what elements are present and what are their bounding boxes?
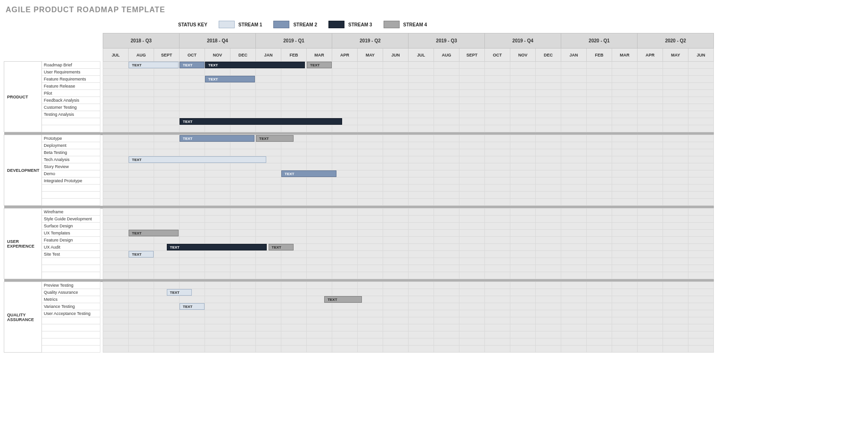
gantt-cell[interactable] [180,69,205,76]
gantt-cell[interactable] [358,272,383,279]
gantt-cell[interactable] [536,237,561,244]
gantt-cell[interactable] [332,251,358,258]
gantt-cell[interactable] [307,142,332,149]
gantt-cell[interactable] [688,251,714,258]
gantt-cell[interactable] [561,244,587,251]
gantt-cell[interactable] [281,209,307,216]
gantt-cell[interactable] [536,230,561,237]
gantt-cell[interactable] [485,289,510,296]
gantt-cell[interactable] [205,265,230,272]
gantt-cell[interactable] [536,346,561,353]
gantt-cell[interactable] [510,125,536,132]
gantt-cell[interactable] [510,90,536,97]
gantt-cell[interactable] [307,282,332,289]
gantt-cell[interactable] [332,346,358,353]
gantt-cell[interactable] [485,237,510,244]
gantt-cell[interactable] [688,170,714,177]
gantt-cell[interactable] [307,223,332,230]
gantt-cell[interactable] [688,244,714,251]
gantt-cell[interactable] [536,135,561,142]
gantt-cell[interactable] [256,83,281,90]
gantt-cell[interactable] [230,296,256,303]
gantt-cell[interactable] [587,282,612,289]
gantt-cell[interactable] [587,223,612,230]
gantt-cell[interactable] [536,90,561,97]
gantt-cell[interactable] [688,289,714,296]
gantt-cell[interactable] [205,310,230,317]
gantt-cell[interactable] [587,209,612,216]
gantt-cell[interactable] [383,265,409,272]
gantt-cell[interactable] [358,149,383,156]
gantt-cell[interactable] [205,192,230,199]
gantt-cell[interactable] [638,230,663,237]
gantt-cell[interactable] [205,258,230,265]
gantt-cell[interactable] [383,125,409,132]
gantt-cell[interactable] [587,303,612,310]
gantt-cell[interactable] [485,192,510,199]
gantt-cell[interactable] [663,272,688,279]
gantt-cell[interactable] [485,244,510,251]
gantt-cell[interactable] [587,62,612,69]
gantt-cell[interactable] [459,111,485,118]
gantt-cell[interactable] [688,177,714,185]
gantt-cell[interactable]: TEXT [129,230,154,237]
gantt-cell[interactable] [281,156,307,163]
gantt-cell[interactable] [510,282,536,289]
gantt-cell[interactable] [409,149,434,156]
gantt-cell[interactable] [638,118,663,125]
gantt-cell[interactable] [383,192,409,199]
gantt-cell[interactable] [459,76,485,83]
gantt-cell[interactable] [103,104,129,111]
gantt-cell[interactable] [485,142,510,149]
gantt-cell[interactable] [307,185,332,192]
gantt-cell[interactable] [154,142,180,149]
gantt-cell[interactable] [383,244,409,251]
gantt-cell[interactable] [358,265,383,272]
gantt-cell[interactable] [688,135,714,142]
gantt-cell[interactable] [154,209,180,216]
gantt-cell[interactable] [663,62,688,69]
gantt-cell[interactable]: TEXT [180,62,205,69]
gantt-cell[interactable] [510,104,536,111]
gantt-cell[interactable] [587,296,612,303]
gantt-cell[interactable] [281,258,307,265]
gantt-cell[interactable] [409,258,434,265]
gantt-cell[interactable] [307,156,332,163]
gantt-cell[interactable] [103,125,129,132]
gantt-cell[interactable] [205,97,230,104]
gantt-cell[interactable] [383,149,409,156]
gantt-cell[interactable] [154,163,180,170]
gantt-cell[interactable] [281,251,307,258]
gantt-cell[interactable] [281,149,307,156]
gantt-cell[interactable] [688,223,714,230]
gantt-cell[interactable] [612,192,638,199]
gantt-cell[interactable] [485,163,510,170]
gantt-cell[interactable] [688,76,714,83]
gantt-cell[interactable] [180,346,205,353]
gantt-cell[interactable] [154,296,180,303]
gantt-cell[interactable] [180,149,205,156]
gantt-cell[interactable] [103,303,129,310]
gantt-cell[interactable] [103,192,129,199]
gantt-cell[interactable] [154,338,180,346]
gantt-cell[interactable] [332,177,358,185]
gantt-cell[interactable] [103,118,129,125]
gantt-cell[interactable] [638,331,663,338]
gantt-cell[interactable] [536,97,561,104]
gantt-cell[interactable] [358,97,383,104]
gantt-cell[interactable] [536,282,561,289]
gantt-cell[interactable] [638,237,663,244]
gantt-cell[interactable] [307,317,332,324]
gantt-cell[interactable] [332,192,358,199]
gantt-cell[interactable] [485,118,510,125]
gantt-cell[interactable] [129,192,154,199]
gantt-cell[interactable] [281,69,307,76]
gantt-cell[interactable] [459,69,485,76]
gantt-cell[interactable] [103,272,129,279]
gantt-cell[interactable] [612,331,638,338]
gantt-cell[interactable] [256,331,281,338]
gantt-cell[interactable] [459,170,485,177]
gantt-cell[interactable] [409,230,434,237]
gantt-cell[interactable] [638,111,663,118]
gantt-cell[interactable] [638,125,663,132]
